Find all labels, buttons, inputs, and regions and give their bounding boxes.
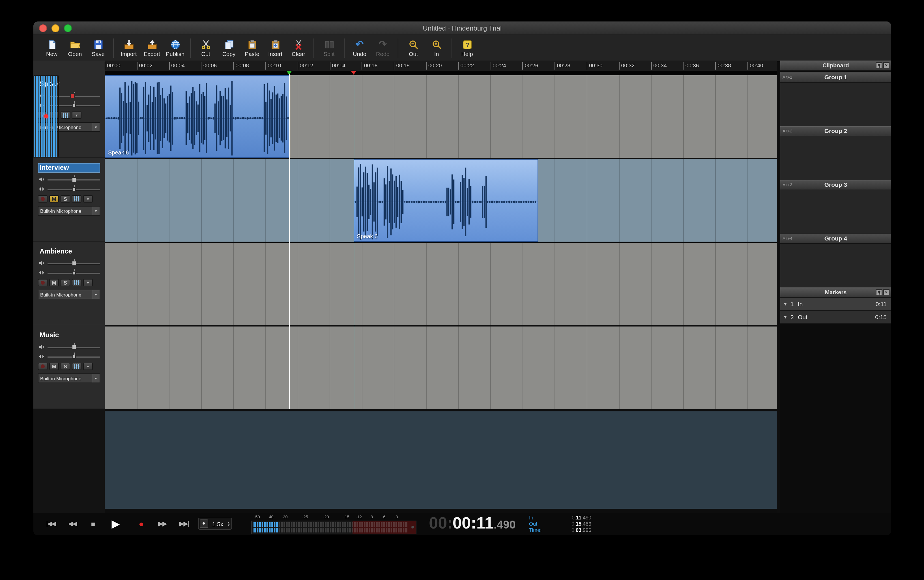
solo-button[interactable]: S: [61, 279, 70, 286]
record-arm-button[interactable]: [33, 75, 59, 157]
ruler-label: 00:12: [298, 62, 313, 69]
toolbar-in-button[interactable]: In: [425, 36, 448, 61]
rewind-button[interactable]: ◀◀: [66, 515, 79, 532]
clipboard-group-slot[interactable]: [780, 137, 891, 180]
volume-handle[interactable]: [72, 261, 76, 266]
pan-handle[interactable]: [72, 355, 76, 359]
fader-icon-button[interactable]: [72, 195, 81, 203]
mute-button[interactable]: M: [49, 195, 59, 203]
clipboard-group-header[interactable]: Alt+4Group 4: [780, 234, 891, 244]
volume-slider[interactable]: [48, 342, 100, 351]
time-ruler[interactable]: 00:0000:0200:0400:0600:0800:1000:1200:14…: [105, 61, 777, 71]
track-lane-ambience[interactable]: [105, 243, 777, 325]
close-window-button[interactable]: [39, 24, 47, 32]
record-arm-button[interactable]: [38, 195, 48, 203]
solo-button[interactable]: S: [61, 363, 70, 370]
pan-slider[interactable]: [48, 185, 100, 193]
info-label: Time:: [529, 527, 545, 533]
titlebar[interactable]: Untitled - Hindenburg Trial: [33, 21, 891, 35]
track-lane-interview[interactable]: Speak 6: [105, 159, 777, 242]
track-lane-speak[interactable]: Speak 6: [105, 75, 777, 158]
toolbar-cut-button[interactable]: Cut: [194, 36, 217, 61]
record-button[interactable]: ●: [137, 515, 145, 532]
track-lane-music[interactable]: [105, 326, 777, 409]
toolbar-copy-button[interactable]: Copy: [217, 36, 240, 61]
pan-slider[interactable]: [48, 352, 100, 361]
skip-start-button[interactable]: |◀◀: [44, 515, 58, 532]
mute-button[interactable]: M: [49, 363, 59, 370]
solo-button[interactable]: S: [61, 195, 70, 203]
play-button[interactable]: ▶: [109, 515, 121, 532]
record-arm-button[interactable]: [38, 279, 48, 286]
toolbar-split-button[interactable]: Split: [318, 36, 341, 61]
stop-button[interactable]: ■: [89, 515, 97, 532]
clipboard-group-header[interactable]: Alt+1Group 1: [780, 72, 891, 82]
track-menu-button[interactable]: ▼: [83, 195, 93, 203]
toolbar-insert-button[interactable]: Insert: [264, 36, 287, 61]
pan-handle[interactable]: [72, 271, 76, 275]
close-icon[interactable]: ×: [883, 289, 889, 295]
fader-icon-button[interactable]: [61, 112, 70, 119]
close-icon[interactable]: ×: [883, 62, 889, 68]
pin-icon[interactable]: [876, 289, 882, 295]
toolbar-paste-button[interactable]: Paste: [240, 36, 264, 61]
fast-forward-button[interactable]: ▶▶: [156, 515, 169, 532]
audio-clip[interactable]: Speak 6: [354, 159, 538, 242]
audio-clip[interactable]: Speak 6: [105, 75, 291, 158]
volume-handle[interactable]: [70, 93, 74, 99]
out-marker-icon[interactable]: [351, 71, 356, 75]
speed-spinner[interactable]: ▲▼: [227, 521, 230, 527]
in-marker-icon[interactable]: [287, 71, 292, 75]
toolbar-redo-button[interactable]: ↷Redo: [371, 36, 394, 61]
toolbar-out-button[interactable]: Out: [402, 36, 425, 61]
track-name-interview[interactable]: Interview: [38, 163, 100, 173]
pan-handle[interactable]: [72, 187, 76, 191]
toolbar-undo-button[interactable]: ↶Undo: [348, 36, 371, 61]
clipboard-group-slot[interactable]: [780, 190, 891, 234]
track-menu-button[interactable]: ▼: [83, 363, 93, 370]
clipboard-group-header[interactable]: Alt+2Group 2: [780, 126, 891, 137]
toolbar-publish-button[interactable]: Publish: [163, 36, 187, 61]
toolbar-new-button[interactable]: New: [40, 36, 63, 61]
playhead-line[interactable]: [290, 71, 290, 409]
toolbar-import-button[interactable]: Import: [117, 36, 140, 61]
input-device-select[interactable]: Built-in Microphone▼: [38, 374, 100, 383]
input-device-select[interactable]: Built-in Microphone▼: [38, 206, 100, 216]
marker-row[interactable]: ▼2Out0:15: [780, 311, 891, 324]
input-device-select[interactable]: Built-in Microphone▼: [38, 290, 100, 299]
record-arm-button[interactable]: [38, 363, 48, 370]
fader-icon-button[interactable]: [72, 363, 81, 370]
toolbar-help-button[interactable]: ?Help: [456, 36, 479, 61]
fader-icon-button[interactable]: [72, 279, 81, 286]
toolbar-save-button[interactable]: Save: [87, 36, 110, 61]
timeline-area[interactable]: 00:0000:0200:0400:0600:0800:1000:1200:14…: [105, 61, 777, 512]
track-name-music[interactable]: Music: [38, 330, 100, 340]
marker-row[interactable]: ▼1In0:11: [780, 298, 891, 311]
volume-slider[interactable]: [48, 175, 100, 183]
pan-slider[interactable]: [48, 268, 100, 277]
markers-panel-header[interactable]: Markers ×: [780, 287, 891, 298]
toolbar-export-button[interactable]: Export: [140, 36, 163, 61]
clipboard-group-slot[interactable]: [780, 244, 891, 287]
mute-button[interactable]: M: [49, 279, 59, 286]
toolbar-open-button[interactable]: Open: [63, 36, 87, 61]
pan-handle[interactable]: [72, 104, 76, 107]
clipboard-group-header[interactable]: Alt+3Group 3: [780, 180, 891, 190]
clipboard-panel-header[interactable]: Clipboard ×: [780, 61, 891, 71]
zoom-window-button[interactable]: [64, 24, 72, 32]
playback-speed-control[interactable]: 1.5x ▲▼: [198, 518, 232, 530]
volume-handle[interactable]: [72, 344, 76, 350]
track-name-ambience[interactable]: Ambience: [38, 247, 100, 256]
minimize-window-button[interactable]: [51, 24, 59, 32]
volume-slider[interactable]: [48, 259, 100, 267]
track-menu-button[interactable]: ▼: [72, 112, 81, 119]
pin-icon[interactable]: [876, 62, 882, 68]
clipboard-group-slot[interactable]: [780, 82, 891, 126]
skip-end-button[interactable]: ▶▶|: [177, 515, 191, 532]
toolbar-clear-button[interactable]: Clear: [287, 36, 310, 61]
marker-strip[interactable]: [105, 71, 777, 75]
track-menu-button[interactable]: ▼: [83, 279, 93, 286]
out-point-line[interactable]: [354, 71, 354, 409]
volume-handle[interactable]: [72, 177, 76, 182]
spinner-down-icon[interactable]: ▼: [227, 524, 230, 527]
